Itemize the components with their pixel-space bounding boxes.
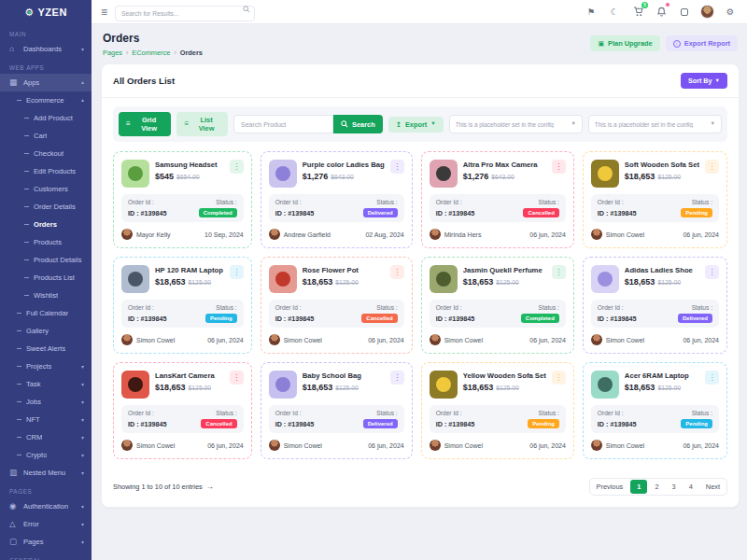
order-id-label: Order Id : (436, 304, 462, 311)
product-name: Rose Flower Pot (303, 266, 385, 274)
list-view-button[interactable]: ≡ List View (176, 112, 228, 136)
sidebar-item-ecommerce[interactable]: Ecommerce▾ (0, 91, 92, 109)
order-labels-row: Order Id :Status : (128, 199, 237, 205)
order-card-footer: Simon Cowel06 jun, 2024 (591, 334, 719, 345)
product-search-group: Search (233, 115, 383, 133)
sidebar-item-sweet-alerts[interactable]: Sweet Alerts (0, 340, 92, 357)
order-id-value: ID : #139845 (598, 209, 637, 217)
order-info-box: Order Id :Status :ID : #139845Pending (591, 194, 719, 222)
grid-view-button[interactable]: ≡ Grid View (119, 112, 171, 136)
filter-select-2-value: This is a placeholder set in the config (595, 121, 707, 128)
sidebar-item-dashboards[interactable]: ⌂Dashboards▾ (0, 40, 92, 58)
order-card-footer: Andrew Garfield02 Aug, 2024 (269, 229, 404, 240)
card-menu-button[interactable]: ⋮ (705, 160, 719, 174)
sidebar-item-checkout[interactable]: Checkout (0, 145, 92, 162)
sidebar-item-label: Sweet Alerts (26, 344, 65, 353)
sidebar-item-product-details[interactable]: Product Details (0, 251, 92, 269)
dash-icon (24, 206, 29, 207)
sidebar-item-nft[interactable]: NFT▾ (0, 411, 92, 428)
sidebar-item-apps[interactable]: ▦Apps▾ (0, 74, 92, 91)
product-thumbnail (121, 265, 149, 293)
fullscreen-icon[interactable] (677, 5, 692, 20)
card-menu-button[interactable]: ⋮ (705, 265, 719, 279)
sidebar-item-error[interactable]: △Error▾ (0, 515, 92, 533)
export-button[interactable]: ↥ Export ▼ (388, 117, 444, 133)
dash-icon (17, 313, 21, 314)
product-search-input[interactable] (233, 115, 333, 133)
status-label: Status : (216, 410, 236, 416)
sidebar-item-full-calendar[interactable]: Full Calendar (0, 304, 92, 322)
sidebar-item-gallery[interactable]: Gallery (0, 322, 92, 340)
sidebar-item-projects[interactable]: Projects▾ (0, 357, 92, 375)
sort-by-button[interactable]: Sort By ▼ (681, 73, 727, 89)
buyer-avatar (121, 229, 133, 240)
card-menu-button[interactable]: ⋮ (552, 160, 566, 174)
pagination-page-3[interactable]: 3 (666, 480, 683, 494)
list-view-icon: ≡ (184, 120, 189, 128)
card-menu-button[interactable]: ⋮ (230, 265, 244, 279)
sidebar-item-edit-products[interactable]: Edit Products (0, 162, 92, 180)
pagination-previous[interactable]: Previous (590, 480, 630, 494)
order-values-row: ID : #139845Cancelled (128, 419, 237, 428)
pagination-page-1[interactable]: 1 (630, 480, 647, 494)
sidebar-item-jobs[interactable]: Jobs▾ (0, 393, 92, 411)
sidebar-item-pages[interactable]: ▢Pages▾ (0, 533, 92, 551)
sidebar-item-customers[interactable]: Customers (0, 180, 92, 198)
sidebar-item-label: Products List (34, 273, 75, 282)
card-menu-button[interactable]: ⋮ (390, 160, 404, 174)
product-name: Soft Wooden Sofa Set (625, 161, 699, 169)
card-menu-button[interactable]: ⋮ (390, 371, 404, 385)
app-logo[interactable]: ⚙ YZEN (0, 0, 92, 24)
sidebar-item-authentication[interactable]: ◉Authentication▾ (0, 497, 92, 515)
sidebar-item-order-details[interactable]: Order Details (0, 198, 92, 216)
sidebar-item-nested-menu[interactable]: ▥Nested Menu▾ (0, 464, 92, 482)
cart-badge: 5 (641, 2, 648, 8)
card-menu-button[interactable]: ⋮ (705, 371, 719, 385)
card-menu-button[interactable]: ⋮ (230, 371, 244, 385)
dark-mode-icon[interactable]: ☾ (607, 5, 622, 20)
product-thumbnail (430, 371, 458, 399)
sidebar-item-crypto[interactable]: Crypto▾ (0, 446, 92, 464)
breadcrumb-separator: › (126, 49, 128, 56)
card-menu-button[interactable]: ⋮ (390, 265, 404, 279)
pagination-page-4[interactable]: 4 (683, 480, 699, 494)
notifications-icon[interactable] (654, 5, 669, 20)
pagination-next[interactable]: Next (699, 480, 726, 494)
export-report-button[interactable]: ↓ Export Report (666, 35, 738, 51)
cart-icon[interactable]: 5 (630, 5, 645, 20)
settings-gear-icon[interactable]: ⚙ (723, 5, 738, 20)
sidebar-item-task[interactable]: Task▾ (0, 375, 92, 393)
buyer-avatar (121, 334, 133, 345)
card-menu-button[interactable]: ⋮ (230, 160, 244, 174)
sidebar-item-label: Orders (34, 220, 57, 229)
sidebar-item-cart[interactable]: Cart (0, 127, 92, 145)
grid-icon: ▦ (9, 78, 19, 87)
order-labels-row: Order Id :Status : (598, 304, 712, 311)
breadcrumb-link[interactable]: ECommerce (132, 49, 170, 57)
pagination-page-2[interactable]: 2 (648, 480, 665, 494)
sidebar: ⚙ YZEN MAIN⌂Dashboards▾WEB APPS▦Apps▾Eco… (0, 0, 92, 560)
hamburger-menu-icon[interactable]: ≡ (101, 7, 107, 18)
home-icon: ⌂ (9, 45, 19, 53)
card-menu-button[interactable]: ⋮ (552, 371, 566, 385)
list-view-label: List View (192, 116, 220, 133)
filter-select-2[interactable]: This is a placeholder set in the config … (588, 115, 722, 133)
plan-upgrade-button[interactable]: ▣ Plan Upgrade (590, 35, 659, 51)
flag-icon[interactable]: ⚑ (584, 5, 599, 20)
sidebar-item-wishlist[interactable]: Wishlist (0, 287, 92, 304)
user-avatar[interactable] (700, 5, 714, 19)
chevron-up-icon: ▾ (81, 98, 84, 104)
sidebar-item-crm[interactable]: CRM▾ (0, 428, 92, 446)
breadcrumb-link[interactable]: Pages (103, 49, 122, 57)
product-price: $1,276$643.00 (463, 172, 546, 181)
global-search-input[interactable] (115, 6, 255, 21)
search-button[interactable]: Search (333, 115, 383, 133)
dash-icon (17, 419, 21, 420)
sidebar-item-products-list[interactable]: Products List (0, 269, 92, 287)
order-card-top: Samsung Headset$545$654.00⋮ (121, 160, 244, 188)
card-menu-button[interactable]: ⋮ (552, 265, 566, 279)
sidebar-item-orders[interactable]: Orders (0, 216, 92, 233)
sidebar-item-products[interactable]: Products (0, 233, 92, 251)
sidebar-item-add-product[interactable]: Add Product (0, 109, 92, 127)
filter-select-1[interactable]: This is a placeholder set in the config … (449, 115, 583, 133)
